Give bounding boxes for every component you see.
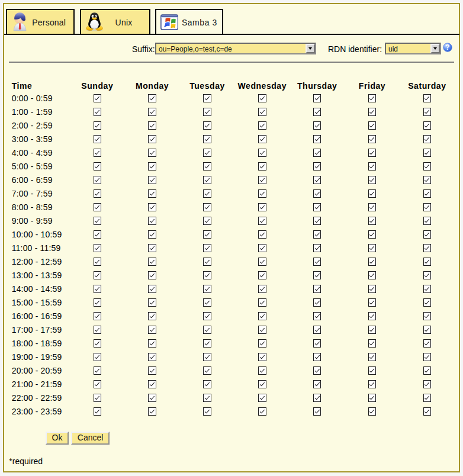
svg-text:?: ? <box>445 43 449 52</box>
